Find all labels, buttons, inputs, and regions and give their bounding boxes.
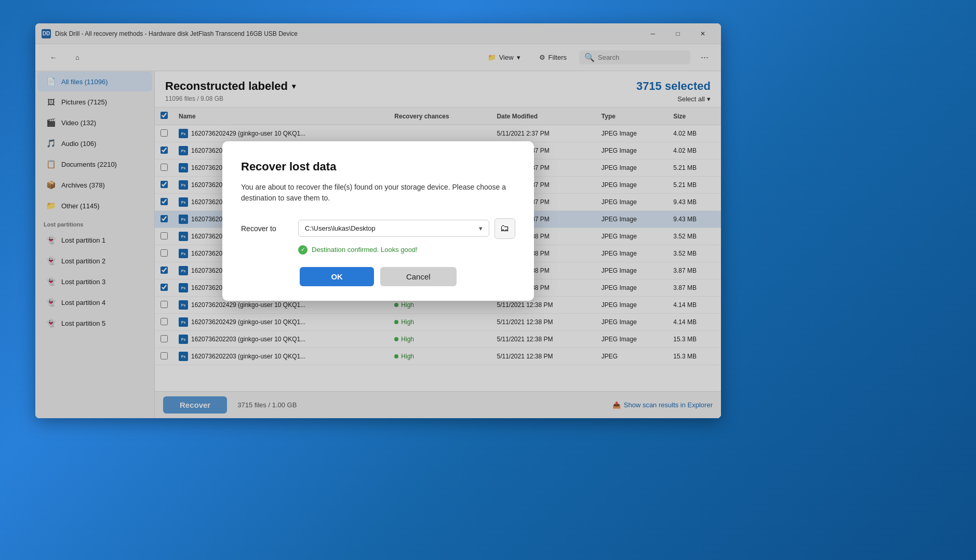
destination-confirmation-row: ✓ Destination confirmed. Looks good! bbox=[241, 245, 515, 255]
recover-to-row: Recover to C:\Users\lukas\Desktop ▾ 🗂 bbox=[241, 218, 515, 239]
ok-button[interactable]: OK bbox=[300, 267, 374, 286]
cancel-button[interactable]: Cancel bbox=[380, 267, 457, 286]
destination-confirmed-text: Destination confirmed. Looks good! bbox=[312, 246, 418, 254]
destination-dropdown[interactable]: C:\Users\lukas\Desktop ▾ bbox=[298, 220, 489, 237]
modal-title: Recover lost data bbox=[241, 160, 515, 174]
checkmark-icon: ✓ bbox=[298, 245, 307, 255]
recover-to-label: Recover to bbox=[241, 224, 293, 233]
destination-path: C:\Users\lukas\Desktop bbox=[305, 224, 476, 232]
destination-chevron-icon: ▾ bbox=[479, 224, 483, 232]
browse-button[interactable]: 🗂 bbox=[494, 218, 515, 239]
browse-folder-icon: 🗂 bbox=[500, 223, 510, 234]
recover-dialog: Recover lost data You are about to recov… bbox=[222, 141, 534, 301]
modal-description: You are about to recover the file(s) fou… bbox=[241, 182, 515, 204]
modal-actions: OK Cancel bbox=[241, 267, 515, 286]
modal-overlay: Recover lost data You are about to recov… bbox=[35, 23, 721, 418]
application-window: DD Disk Drill - All recovery methods - H… bbox=[35, 23, 721, 418]
